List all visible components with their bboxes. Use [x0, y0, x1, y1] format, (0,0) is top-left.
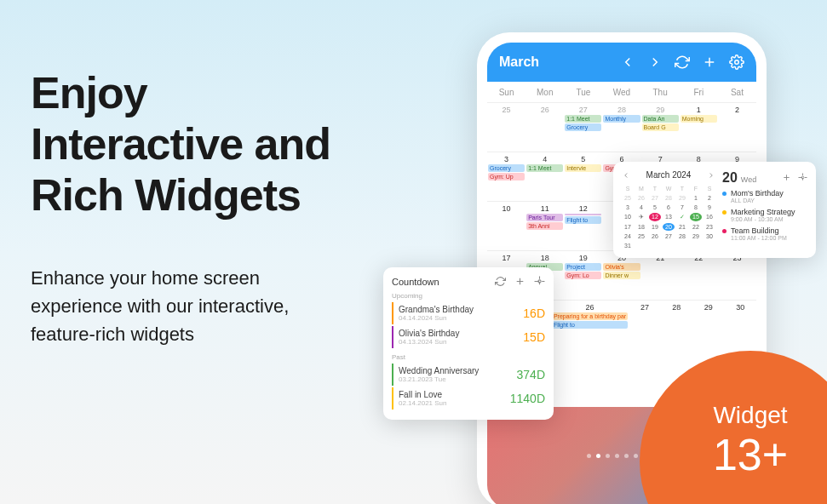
mini-cal-day[interactable]: 26 [649, 232, 661, 240]
mini-cal-day[interactable]: 31 [622, 242, 634, 249]
calendar-event[interactable]: Paris Tour [526, 214, 563, 221]
calendar-cell[interactable]: 30 [725, 301, 756, 349]
mini-cal-day[interactable]: 25 [622, 194, 634, 202]
gear-icon[interactable] [798, 173, 807, 182]
calendar-cell[interactable]: 27 [629, 301, 660, 349]
mini-cal-day[interactable]: 27 [663, 232, 675, 240]
calendar-event[interactable]: Grocery [565, 123, 601, 131]
calendar-event[interactable]: 1:1 Meet [565, 115, 601, 123]
calendar-event[interactable]: Preparing for a birthday par [552, 312, 628, 320]
chevron-right-icon[interactable] [707, 171, 715, 180]
mini-cal-day[interactable]: 24 [622, 232, 634, 240]
calendar-cell[interactable]: 23 [718, 251, 756, 300]
mini-cal-day[interactable]: 21 [676, 223, 688, 231]
mini-cal-day[interactable]: 28 [676, 232, 688, 240]
mini-cal-day[interactable]: 22 [690, 223, 702, 231]
calendar-cell[interactable]: 3GroceryGym: Up [487, 152, 525, 201]
mini-cal-day[interactable]: 1 [690, 194, 702, 202]
countdown-item[interactable]: Olivia's Birthday04.13.2024 Sun15D [392, 326, 552, 348]
calendar-event[interactable]: Flight to [552, 321, 628, 329]
agenda-event[interactable]: Mom's BirthdayALL DAY [722, 189, 807, 203]
countdown-item[interactable]: Grandma's Birthday04.14.2024 Sun16D [392, 302, 552, 324]
calendar-month-label[interactable]: March [499, 54, 608, 70]
calendar-cell[interactable]: 10 [487, 202, 525, 250]
calendar-cell[interactable]: 41:1 Meet [525, 152, 564, 201]
gear-icon[interactable] [729, 54, 744, 70]
calendar-cell[interactable]: 271:1 MeetGrocery [564, 103, 602, 152]
mini-cal-day[interactable]: 7 [676, 203, 688, 211]
mini-cal-day[interactable]: 2 [704, 194, 715, 202]
refresh-icon[interactable] [495, 276, 506, 287]
calendar-event[interactable]: Dinner w [603, 272, 640, 279]
refresh-icon[interactable] [675, 54, 690, 70]
calendar-event[interactable]: Olivia's [603, 263, 640, 271]
mini-cal-day[interactable]: 12 [649, 213, 661, 221]
countdown-widget[interactable]: Countdown UpcomingGrandma's Birthday04.1… [383, 267, 554, 420]
calendar-event[interactable]: 1:1 Meet [526, 164, 563, 172]
mini-cal-day[interactable]: 3 [622, 203, 634, 211]
calendar-event[interactable] [565, 214, 601, 215]
calendar-event[interactable]: Intervie [565, 164, 601, 172]
agenda-event[interactable]: Marketing Strategy9:00 AM - 10:30 AM [722, 208, 807, 222]
calendar-cell[interactable]: 11Paris Tour3th Anni [525, 202, 564, 250]
calendar-event[interactable]: Monthly [603, 115, 640, 123]
agenda-mini-grid[interactable]: SMTWTFS252627282912345678910✈1213✓151617… [622, 185, 715, 249]
mini-cal-day[interactable]: ✓ [676, 213, 688, 221]
calendar-cell[interactable]: 29Data AnBoard G [641, 103, 680, 152]
agenda-event[interactable]: Team Building11:00 AM - 12:00 PM [722, 226, 807, 241]
calendar-cell[interactable]: 20Olivia'sDinner w [602, 251, 640, 300]
mini-cal-day[interactable]: 28 [663, 194, 675, 202]
calendar-event[interactable]: Gym: Up [488, 173, 525, 180]
mini-cal-day[interactable]: 8 [690, 203, 702, 211]
calendar-cell[interactable]: 29 [692, 301, 724, 349]
mini-cal-day[interactable]: 25 [635, 232, 647, 240]
mini-cal-day[interactable]: 13 [663, 213, 675, 221]
mini-cal-day[interactable]: 15 [690, 213, 702, 221]
calendar-event[interactable]: Flight to [565, 216, 601, 224]
plus-icon[interactable] [782, 173, 791, 182]
chevron-right-icon[interactable] [647, 54, 663, 70]
countdown-item[interactable]: Wedding Anniversary03.21.2023 Tue374D [392, 364, 552, 386]
plus-icon[interactable] [514, 276, 525, 287]
mini-cal-day[interactable]: 4 [635, 203, 647, 211]
mini-cal-day[interactable]: 26 [635, 194, 647, 202]
calendar-event[interactable]: Data An [642, 115, 679, 123]
calendar-cell[interactable]: 5Intervie [564, 152, 602, 201]
calendar-cell[interactable]: 22 [680, 251, 718, 300]
calendar-cell[interactable]: 12Flight to [564, 202, 602, 250]
mini-cal-day[interactable]: 17 [622, 223, 634, 231]
mini-cal-day[interactable]: ✈ [635, 213, 647, 221]
mini-cal-day[interactable]: 6 [663, 203, 675, 211]
mini-cal-day[interactable]: 18 [635, 223, 647, 231]
agenda-widget[interactable]: March 2024 SMTWTFS252627282912345678910✈… [613, 162, 816, 258]
calendar-cell[interactable]: 26 [525, 103, 564, 152]
calendar-cell[interactable]: 1Morning [680, 103, 718, 152]
calendar-event[interactable]: Board G [642, 123, 679, 131]
calendar-cell[interactable]: 21 [641, 251, 680, 300]
calendar-event[interactable]: Gym: Lo [565, 272, 601, 279]
countdown-item[interactable]: Fall in Love02.14.2021 Sun1140D [392, 387, 552, 410]
mini-cal-day[interactable]: 29 [676, 194, 688, 202]
calendar-event[interactable]: Project [565, 263, 601, 271]
chevron-left-icon[interactable] [622, 171, 630, 180]
calendar-cell[interactable]: 28Monthly [602, 103, 640, 152]
calendar-event[interactable]: 3th Anni [526, 222, 563, 230]
calendar-cell[interactable]: 28 [661, 301, 692, 349]
calendar-cell[interactable]: 26Preparing for a birthday parFlight to [551, 301, 629, 349]
calendar-cell[interactable]: 2 [718, 103, 756, 152]
mini-cal-day[interactable]: 5 [649, 203, 661, 211]
calendar-event[interactable]: Morning [681, 115, 717, 123]
calendar-cell[interactable]: 25 [487, 103, 525, 152]
calendar-cell[interactable]: 19ProjectGym: Lo [564, 251, 602, 300]
mini-cal-day[interactable]: 16 [704, 213, 715, 221]
calendar-event[interactable]: Grocery [488, 164, 525, 172]
mini-cal-day[interactable]: 9 [704, 203, 715, 211]
mini-cal-day[interactable]: 19 [649, 223, 661, 231]
gear-icon[interactable] [534, 276, 545, 287]
mini-cal-day[interactable]: 10 [622, 213, 634, 221]
mini-cal-day[interactable]: 27 [649, 194, 661, 202]
mini-cal-day[interactable]: 20 [663, 223, 675, 231]
plus-icon[interactable] [702, 54, 717, 70]
chevron-left-icon[interactable] [620, 54, 635, 70]
mini-cal-day[interactable]: 29 [690, 232, 702, 240]
